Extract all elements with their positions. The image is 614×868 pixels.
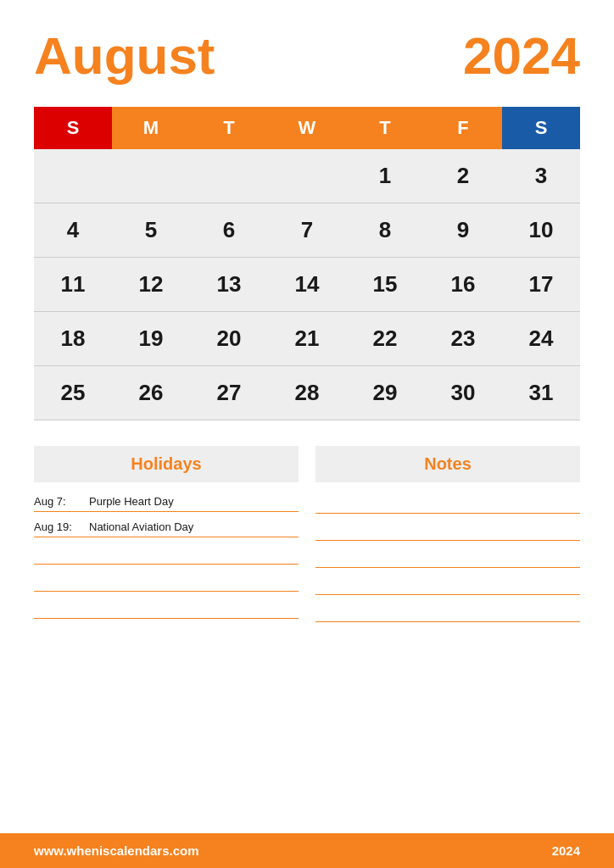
holiday-date-1: Aug 7:: [34, 495, 81, 508]
header-saturday: S: [502, 107, 580, 149]
calendar-day: 28: [268, 366, 346, 420]
year-title: 2024: [463, 25, 580, 86]
note-line-5: [315, 604, 580, 622]
footer-url: www.wheniscalendars.com: [34, 843, 199, 858]
calendar-day: [268, 149, 346, 203]
header: August 2024: [34, 25, 580, 86]
calendar-day: 2: [424, 149, 502, 203]
holiday-name-2: National Aviation Day: [89, 520, 193, 533]
calendar-day: 5: [112, 203, 190, 258]
header-tuesday: T: [190, 107, 268, 149]
calendar-day: 18: [34, 312, 112, 366]
calendar-day: 17: [502, 258, 580, 312]
calendar-day: 29: [346, 366, 424, 420]
calendar-day: 9: [424, 203, 502, 258]
calendar-day: 16: [424, 258, 502, 312]
holiday-date-2: Aug 19:: [34, 520, 81, 533]
calendar-day: 4: [34, 203, 112, 258]
calendar-day: 22: [346, 312, 424, 366]
calendar-day: 12: [112, 258, 190, 312]
notes-section: Notes: [315, 446, 580, 631]
calendar-week-1: 123: [34, 149, 580, 203]
calendar-day: 7: [268, 203, 346, 258]
calendar-day: 26: [112, 366, 190, 420]
header-sunday: S: [34, 107, 112, 149]
calendar-day: 3: [502, 149, 580, 203]
holidays-title: Holidays: [34, 446, 299, 482]
calendar-day: 11: [34, 258, 112, 312]
calendar-day: [34, 149, 112, 203]
footer: www.wheniscalendars.com 2024: [0, 833, 614, 868]
note-line-3: [315, 549, 580, 568]
month-title: August: [34, 25, 215, 86]
footer-year: 2024: [552, 843, 580, 858]
calendar-day: 1: [346, 149, 424, 203]
calendar-day: 30: [424, 366, 502, 420]
header-thursday: T: [346, 107, 424, 149]
calendar-day: 23: [424, 312, 502, 366]
calendar-table: S M T W T F S 12345678910111213141516171…: [34, 107, 580, 420]
calendar-day: 31: [502, 366, 580, 420]
calendar-day: 21: [268, 312, 346, 366]
header-friday: F: [424, 107, 502, 149]
calendar-day: [190, 149, 268, 203]
calendar-day: 25: [34, 366, 112, 420]
holiday-empty-3: [34, 600, 299, 619]
note-line-4: [315, 576, 580, 595]
header-monday: M: [112, 107, 190, 149]
note-line-1: [315, 495, 580, 514]
days-header-row: S M T W T F S: [34, 107, 580, 149]
calendar-day: 19: [112, 312, 190, 366]
calendar-day: 8: [346, 203, 424, 258]
holidays-section: Holidays Aug 7: Purple Heart Day Aug 19:…: [34, 446, 299, 631]
calendar-day: 6: [190, 203, 268, 258]
bottom-section: Holidays Aug 7: Purple Heart Day Aug 19:…: [34, 446, 580, 631]
note-line-2: [315, 522, 580, 541]
holiday-empty-1: [34, 546, 299, 565]
calendar-day: 15: [346, 258, 424, 312]
notes-title: Notes: [315, 446, 580, 482]
calendar-day: 14: [268, 258, 346, 312]
calendar-day: 13: [190, 258, 268, 312]
calendar-day: 27: [190, 366, 268, 420]
calendar-day: [112, 149, 190, 203]
calendar-day: 24: [502, 312, 580, 366]
holiday-item-2: Aug 19: National Aviation Day: [34, 520, 299, 537]
holiday-item-1: Aug 7: Purple Heart Day: [34, 495, 299, 512]
calendar-day: 20: [190, 312, 268, 366]
calendar-page: August 2024 S M T W T F S 12345678910111…: [0, 0, 614, 868]
calendar-week-5: 25262728293031: [34, 366, 580, 420]
header-wednesday: W: [268, 107, 346, 149]
holiday-name-1: Purple Heart Day: [89, 495, 174, 508]
calendar-week-4: 18192021222324: [34, 312, 580, 366]
holiday-empty-2: [34, 573, 299, 592]
calendar-week-3: 11121314151617: [34, 258, 580, 312]
calendar-day: 10: [502, 203, 580, 258]
calendar-week-2: 45678910: [34, 203, 580, 258]
